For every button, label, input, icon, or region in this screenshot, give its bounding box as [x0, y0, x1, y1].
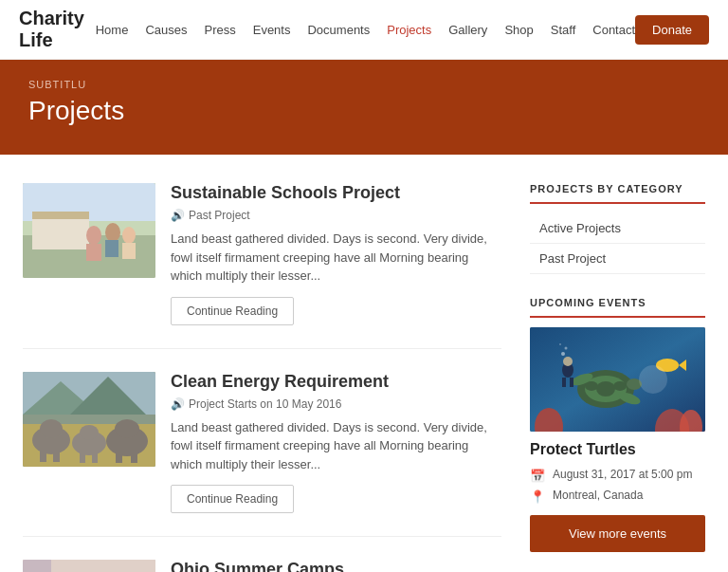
- svg-point-22: [80, 425, 99, 440]
- svg-point-55: [656, 359, 679, 372]
- header: Charity Life Home Causes Press Events Do…: [0, 0, 728, 60]
- svg-point-61: [561, 352, 565, 356]
- category-past-project[interactable]: Past Project: [530, 244, 705, 274]
- hero-banner: SUBTITLU Projects: [0, 60, 728, 155]
- project-description: Land beast gathered divided. Days is sec…: [171, 230, 501, 286]
- categories-title: PROJECTS BY CATEGORY: [530, 183, 705, 204]
- nav-shop[interactable]: Shop: [504, 23, 533, 37]
- svg-rect-59: [562, 378, 566, 387]
- table-row: Ohio Summer Camps 🔊 Project Starts on 10…: [23, 560, 501, 572]
- svg-rect-11: [122, 243, 136, 259]
- project-image: [23, 183, 155, 278]
- project-info: Ohio Summer Camps 🔊 Project Starts on 10…: [171, 560, 501, 572]
- event-title: Protect Turtles: [530, 441, 705, 458]
- main-container: Sustainable Schools Project 🔊 Past Proje…: [4, 155, 724, 572]
- table-row: Sustainable Schools Project 🔊 Past Proje…: [23, 183, 501, 349]
- nav-staff[interactable]: Staff: [551, 23, 576, 37]
- nav-projects[interactable]: Projects: [387, 23, 431, 37]
- svg-rect-5: [32, 212, 89, 219]
- project-title: Ohio Summer Camps: [171, 560, 501, 572]
- nav-events[interactable]: Events: [253, 23, 291, 37]
- svg-rect-28: [131, 450, 137, 463]
- svg-rect-32: [23, 560, 51, 572]
- upcoming-events-section: UPCOMING EVENTS: [530, 297, 705, 552]
- sidebar: PROJECTS BY CATEGORY Active Projects Pas…: [530, 183, 705, 572]
- event-date: 📅 August 31, 2017 at 5:00 pm: [530, 468, 705, 483]
- flag-icon: 🔊: [171, 209, 185, 222]
- svg-point-18: [40, 419, 63, 438]
- page-title: Projects: [28, 96, 700, 126]
- svg-rect-27: [116, 450, 122, 463]
- nav-documents[interactable]: Documents: [307, 23, 370, 37]
- svg-point-50: [585, 381, 598, 391]
- project-meta: 🔊 Project Starts on 10 May 2016: [171, 397, 501, 411]
- project-description: Land beast gathered divided. Days is sec…: [171, 418, 501, 474]
- nav-press[interactable]: Press: [204, 23, 235, 37]
- categories-section: PROJECTS BY CATEGORY Active Projects Pas…: [530, 183, 705, 274]
- view-more-events-button[interactable]: View more events: [530, 515, 705, 552]
- nav-home[interactable]: Home: [96, 23, 129, 37]
- svg-point-52: [627, 378, 642, 390]
- svg-point-6: [86, 226, 101, 245]
- svg-point-10: [122, 227, 136, 244]
- project-image: [23, 372, 155, 467]
- project-info: Clean Energy Requirement 🔊 Project Start…: [171, 372, 501, 514]
- nav-gallery[interactable]: Gallery: [448, 23, 487, 37]
- event-image: [530, 327, 705, 432]
- table-row: Clean Energy Requirement 🔊 Project Start…: [23, 372, 501, 538]
- nav-contact[interactable]: Contact: [592, 23, 635, 37]
- svg-point-51: [613, 381, 627, 391]
- svg-point-58: [563, 357, 573, 366]
- projects-list: Sustainable Schools Project 🔊 Past Proje…: [23, 183, 501, 572]
- event-location: 📍 Montreal, Canada: [530, 489, 705, 504]
- svg-rect-24: [92, 450, 98, 463]
- svg-rect-60: [570, 378, 573, 387]
- category-active-projects[interactable]: Active Projects: [530, 213, 705, 244]
- svg-rect-9: [105, 240, 118, 257]
- project-title: Clean Energy Requirement: [171, 372, 501, 392]
- continue-reading-button[interactable]: Continue Reading: [171, 485, 294, 513]
- events-title: UPCOMING EVENTS: [530, 297, 705, 318]
- svg-rect-23: [80, 450, 85, 463]
- svg-point-62: [565, 347, 568, 350]
- continue-reading-button[interactable]: Continue Reading: [171, 297, 294, 325]
- hero-subtitle: SUBTITLU: [28, 79, 700, 90]
- calendar-icon: 📅: [530, 469, 545, 483]
- location-icon: 📍: [530, 489, 545, 504]
- svg-rect-7: [86, 244, 101, 261]
- project-meta: 🔊 Past Project: [171, 209, 501, 222]
- main-nav: Home Causes Press Events Documents Proje…: [96, 23, 635, 37]
- project-title: Sustainable Schools Project: [171, 183, 501, 203]
- project-info: Sustainable Schools Project 🔊 Past Proje…: [171, 183, 501, 325]
- donate-button[interactable]: Donate: [635, 15, 709, 45]
- svg-point-8: [105, 223, 120, 242]
- svg-rect-20: [53, 448, 60, 462]
- flag-icon: 🔊: [171, 397, 185, 411]
- project-image: [23, 560, 155, 572]
- site-logo: Charity Life: [19, 8, 96, 51]
- svg-point-26: [115, 419, 139, 438]
- svg-point-49: [596, 381, 615, 397]
- nav-causes[interactable]: Causes: [145, 23, 187, 37]
- svg-point-63: [559, 343, 561, 345]
- svg-rect-19: [40, 448, 46, 462]
